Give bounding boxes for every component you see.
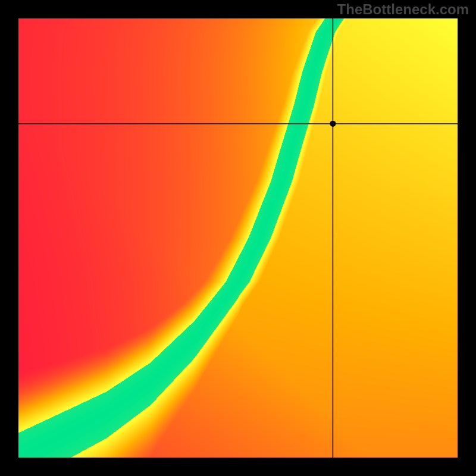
heatmap-area bbox=[18, 18, 458, 458]
chart-frame: TheBottleneck.com bbox=[0, 0, 476, 476]
heatmap-canvas bbox=[18, 18, 458, 458]
watermark-text: TheBottleneck.com bbox=[337, 1, 469, 18]
